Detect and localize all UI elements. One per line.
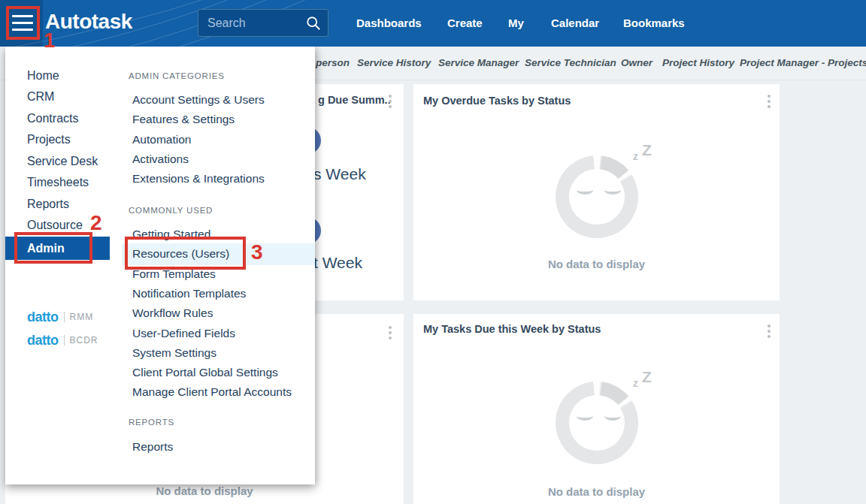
tab-clipped-person[interactable]: person [316,57,350,68]
datto-bcdr-logo[interactable]: datto BCDR [27,331,98,349]
sleeping-eye-icon [604,186,621,195]
tab-service-history[interactable]: Service History [357,57,431,68]
menu-item-manage-client-portal-accounts[interactable]: Manage Client Portal Accounts [132,382,292,402]
empty-donut-chart [556,382,638,464]
sleep-z-icon: Z [642,368,652,386]
sleeping-eye-icon [604,412,621,421]
autotask-app: person Service History Service Manager S… [0,0,866,504]
tab-project-history[interactable]: Project History [662,57,734,68]
menu-item-extensions-integrations[interactable]: Extensions & Integrations [132,169,265,189]
datto-brand: datto [27,333,59,349]
section-header-commonly-used: COMMONLY USED [129,206,213,215]
widget-menu-kebab-icon[interactable] [389,326,392,342]
menu-item-account-settings-users[interactable]: Account Settings & Users [132,90,265,110]
nav-create[interactable]: Create [447,17,483,29]
datto-product-label: RMM [70,312,94,322]
sleeping-eye-icon [577,412,593,421]
search-input[interactable] [198,10,302,36]
menu-item-admin-label: Admin [27,237,65,260]
sleep-z-icon: Z [642,141,652,159]
menu-item-client-portal-global-settings[interactable]: Client Portal Global Settings [132,363,278,382]
search-box [198,9,329,37]
widget-due-summary-title: g Due Summ... [318,94,390,106]
no-data-message: No data to display [5,484,404,497]
no-data-message: No data to display [413,258,780,270]
menu-item-activations[interactable]: Activations [132,149,189,169]
tab-project-manager-projects[interactable]: Project Manager - Projects [740,57,866,68]
menu-item-reports-link[interactable]: Reports [132,437,173,457]
nav-bookmarks[interactable]: Bookmarks [623,17,685,29]
menu-item-system-settings[interactable]: System Settings [132,343,216,363]
widget-menu-kebab-icon[interactable] [768,324,771,340]
tab-service-manager[interactable]: Service Manager [438,57,519,68]
menu-item-form-templates[interactable]: Form Templates [132,264,216,284]
menu-item-user-defined-fields[interactable]: User-Defined Fields [132,324,235,343]
nav-my[interactable]: My [508,17,524,29]
hamburger-menu-icon[interactable] [12,13,33,34]
widget-overdue-tasks: My Overdue Tasks by Status z Z No data t… [413,84,780,300]
datto-rmm-logo[interactable]: datto RMM [27,308,93,326]
nav-calendar[interactable]: Calendar [551,17,599,29]
menu-item-timesheets[interactable]: Timesheets [27,172,89,193]
datto-product-label: BCDR [70,335,98,346]
tab-owner[interactable]: Owner [621,57,653,68]
autotask-logo: Autotask [45,10,132,34]
menu-item-reports[interactable]: Reports [27,194,69,215]
widget-menu-kebab-icon[interactable] [768,95,771,110]
nav-dashboards[interactable]: Dashboards [356,17,422,29]
section-header-reports: REPORTS [129,418,174,427]
menu-item-admin[interactable]: Admin [5,237,110,260]
section-header-admin-categories: ADMIN CATEGORIES [129,71,225,80]
widget-menu-kebab-icon[interactable] [389,95,392,110]
tab-service-technician[interactable]: Service Technician [525,57,616,68]
menu-item-automation[interactable]: Automation [132,130,191,149]
menu-item-outsource[interactable]: Outsource [27,215,83,236]
main-menu-panel: Home CRM Contracts Projects Service Desk… [5,47,315,484]
sleeping-eye-icon [577,186,593,195]
menu-item-crm[interactable]: CRM [27,86,54,107]
menu-item-projects[interactable]: Projects [27,129,71,150]
search-icon[interactable] [305,15,322,32]
due-next-week-label: t Week [313,254,362,272]
menu-item-notification-templates[interactable]: Notification Templates [132,284,246,303]
due-this-week-label: s Week [313,165,366,183]
menu-item-getting-started[interactable]: Getting Started [132,225,210,244]
menu-item-home[interactable]: Home [27,65,59,86]
menu-item-service-desk[interactable]: Service Desk [27,151,98,172]
divider [64,335,65,346]
empty-donut-chart [556,155,638,238]
menu-item-features-settings[interactable]: Features & Settings [132,110,235,129]
divider [64,312,65,322]
menu-item-contracts[interactable]: Contracts [27,108,78,129]
widget-tasks-week-title: My Tasks Due this Week by Status [423,323,601,335]
menu-item-workflow-rules[interactable]: Workflow Rules [132,303,213,323]
widget-overdue-title: My Overdue Tasks by Status [423,95,571,107]
sleep-z-icon: z [633,377,638,389]
sleep-z-icon: z [633,150,638,162]
no-data-message: No data to display [413,485,780,498]
widget-tasks-due-week: My Tasks Due this Week by Status z Z No … [413,314,780,504]
menu-item-resources-users[interactable]: Resources (Users) [132,244,229,264]
datto-brand: datto [27,309,59,325]
top-navigation-bar: Autotask Dashboards Create My Calendar B… [0,0,866,47]
